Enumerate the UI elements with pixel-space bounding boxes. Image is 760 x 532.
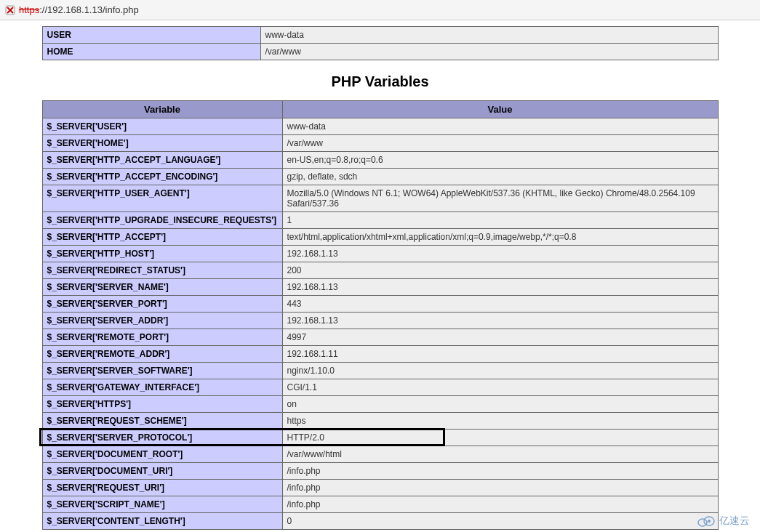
watermark-text: 亿速云 bbox=[719, 515, 750, 528]
php-var-value: gzip, deflate, sdch bbox=[282, 169, 718, 185]
php-var-name: $_SERVER['CONTENT_LENGTH'] bbox=[42, 513, 282, 530]
php-var-name: $_SERVER['SERVER_PORT'] bbox=[42, 296, 282, 313]
php-var-name: $_SERVER['DOCUMENT_URI'] bbox=[42, 463, 282, 480]
env-var-name: USER bbox=[42, 27, 260, 44]
svg-point-5 bbox=[708, 520, 711, 523]
php-var-value: 4997 bbox=[282, 329, 718, 346]
table-row: $_SERVER['HTTPS']on bbox=[42, 396, 718, 413]
table-row: $_SERVER['GATEWAY_INTERFACE']CGI/1.1 bbox=[42, 379, 718, 396]
php-var-value: 443 bbox=[282, 296, 718, 313]
php-var-name: $_SERVER['HTTP_HOST'] bbox=[42, 246, 282, 262]
table-row: $_SERVER['USER']www-data bbox=[42, 118, 718, 135]
table-row: $_SERVER['HTTP_ACCEPT_LANGUAGE']en-US,en… bbox=[42, 152, 718, 169]
table-row: $_SERVER['SERVER_PORT']443 bbox=[42, 296, 718, 313]
table-row: $_SERVER['SERVER_ADDR']192.168.1.13 bbox=[42, 313, 718, 329]
page-content: USERwww-dataHOME/var/www PHP Variables V… bbox=[0, 20, 760, 530]
table-row: $_SERVER['HTTP_ACCEPT']text/html,applica… bbox=[42, 229, 718, 246]
php-var-value: 192.168.1.13 bbox=[282, 246, 718, 262]
php-var-value: 200 bbox=[282, 262, 718, 279]
table-row: $_SERVER['HOME']/var/www bbox=[42, 135, 718, 152]
env-var-name: HOME bbox=[42, 44, 260, 60]
php-var-value: Mozilla/5.0 (Windows NT 6.1; WOW64) Appl… bbox=[282, 185, 718, 212]
php-var-value: nginx/1.10.0 bbox=[282, 363, 718, 379]
php-var-value: text/html,application/xhtml+xml,applicat… bbox=[282, 229, 718, 246]
php-var-name: $_SERVER['SERVER_SOFTWARE'] bbox=[42, 363, 282, 379]
column-header-variable: Variable bbox=[42, 101, 282, 118]
php-var-name: $_SERVER['USER'] bbox=[42, 118, 282, 135]
svg-point-3 bbox=[698, 519, 707, 526]
table-row: $_SERVER['REQUEST_URI']/info.php bbox=[42, 480, 718, 496]
php-var-name: $_SERVER['GATEWAY_INTERFACE'] bbox=[42, 379, 282, 396]
table-row: $_SERVER['HTTP_UPGRADE_INSECURE_REQUESTS… bbox=[42, 212, 718, 229]
php-var-name: $_SERVER['HTTP_ACCEPT'] bbox=[42, 229, 282, 246]
table-row: $_SERVER['SCRIPT_NAME']/info.php bbox=[42, 496, 718, 513]
php-var-name: $_SERVER['HTTP_ACCEPT_LANGUAGE'] bbox=[42, 152, 282, 169]
php-var-name: $_SERVER['REQUEST_URI'] bbox=[42, 480, 282, 496]
table-row: $_SERVER['SERVER_PROTOCOL']HTTP/2.0 bbox=[42, 430, 718, 446]
table-row: $_SERVER['HTTP_HOST']192.168.1.13 bbox=[42, 246, 718, 262]
php-var-name: $_SERVER['HTTPS'] bbox=[42, 396, 282, 413]
env-var-value: www-data bbox=[260, 27, 718, 44]
php-var-value: 1 bbox=[282, 212, 718, 229]
table-row: $_SERVER['DOCUMENT_URI']/info.php bbox=[42, 463, 718, 480]
php-var-value: on bbox=[282, 396, 718, 413]
php-var-value: 192.168.1.11 bbox=[282, 346, 718, 363]
php-var-value: /info.php bbox=[282, 480, 718, 496]
url-scheme: https bbox=[19, 4, 39, 15]
php-var-value: 0 bbox=[282, 513, 718, 530]
table-row: HOME/var/www bbox=[42, 44, 718, 60]
php-var-name: $_SERVER['HTTP_UPGRADE_INSECURE_REQUESTS… bbox=[42, 212, 282, 229]
table-row: $_SERVER['HTTP_ACCEPT_ENCODING']gzip, de… bbox=[42, 169, 718, 185]
php-var-name: $_SERVER['REMOTE_ADDR'] bbox=[42, 346, 282, 363]
php-var-value: /info.php bbox=[282, 463, 718, 480]
environment-table: USERwww-dataHOME/var/www bbox=[42, 26, 719, 60]
table-row: USERwww-data bbox=[42, 27, 718, 44]
cloud-icon bbox=[697, 515, 715, 527]
php-var-name: $_SERVER['HTTP_ACCEPT_ENCODING'] bbox=[42, 169, 282, 185]
php-var-value: HTTP/2.0 bbox=[282, 430, 718, 446]
php-var-value: www-data bbox=[282, 118, 718, 135]
php-var-value: /var/www bbox=[282, 135, 718, 152]
url-rest: ://192.168.1.13/info.php bbox=[39, 4, 139, 15]
table-row: $_SERVER['SERVER_NAME']192.168.1.13 bbox=[42, 279, 718, 296]
address-bar[interactable]: https ://192.168.1.13/info.php bbox=[0, 0, 760, 20]
watermark: 亿速云 bbox=[697, 515, 750, 528]
php-var-name: $_SERVER['SERVER_NAME'] bbox=[42, 279, 282, 296]
php-var-value: en-US,en;q=0.8,ro;q=0.6 bbox=[282, 152, 718, 169]
section-title-php-variables: PHP Variables bbox=[42, 73, 719, 90]
table-row: $_SERVER['REQUEST_SCHEME']https bbox=[42, 413, 718, 430]
table-row: $_SERVER['REMOTE_PORT']4997 bbox=[42, 329, 718, 346]
table-row: $_SERVER['SERVER_SOFTWARE']nginx/1.10.0 bbox=[42, 363, 718, 379]
table-row: $_SERVER['REMOTE_ADDR']192.168.1.11 bbox=[42, 346, 718, 363]
table-row: $_SERVER['DOCUMENT_ROOT']/var/www/html bbox=[42, 446, 718, 463]
php-var-value: https bbox=[282, 413, 718, 430]
php-variables-table: Variable Value $_SERVER['USER']www-data$… bbox=[42, 100, 719, 530]
php-var-name: $_SERVER['REQUEST_SCHEME'] bbox=[42, 413, 282, 430]
table-row: $_SERVER['CONTENT_LENGTH']0 bbox=[42, 513, 718, 530]
php-var-name: $_SERVER['SERVER_PROTOCOL'] bbox=[42, 430, 282, 446]
php-var-value: 192.168.1.13 bbox=[282, 313, 718, 329]
php-var-name: $_SERVER['REMOTE_PORT'] bbox=[42, 329, 282, 346]
php-var-value: /var/www/html bbox=[282, 446, 718, 463]
php-var-name: $_SERVER['DOCUMENT_ROOT'] bbox=[42, 446, 282, 463]
php-var-name: $_SERVER['REDIRECT_STATUS'] bbox=[42, 262, 282, 279]
php-var-name: $_SERVER['HOME'] bbox=[42, 135, 282, 152]
php-var-name: $_SERVER['SCRIPT_NAME'] bbox=[42, 496, 282, 513]
php-var-name: $_SERVER['SERVER_ADDR'] bbox=[42, 313, 282, 329]
php-var-value: 192.168.1.13 bbox=[282, 279, 718, 296]
php-var-value: /info.php bbox=[282, 496, 718, 513]
env-var-value: /var/www bbox=[260, 44, 718, 60]
column-header-value: Value bbox=[282, 101, 718, 118]
insecure-cert-icon bbox=[4, 4, 16, 16]
php-var-name: $_SERVER['HTTP_USER_AGENT'] bbox=[42, 185, 282, 212]
php-var-value: CGI/1.1 bbox=[282, 379, 718, 396]
table-row: $_SERVER['REDIRECT_STATUS']200 bbox=[42, 262, 718, 279]
table-row: $_SERVER['HTTP_USER_AGENT']Mozilla/5.0 (… bbox=[42, 185, 718, 212]
